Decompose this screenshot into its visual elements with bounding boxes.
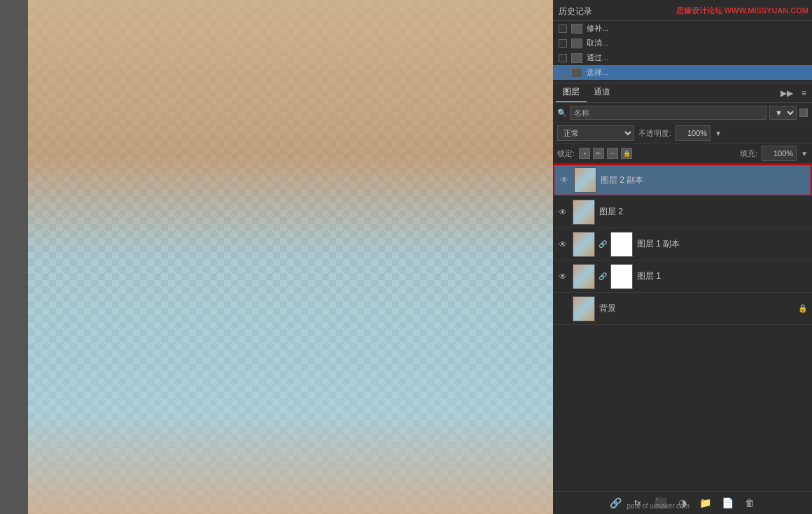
history-label-3: 通过... <box>587 53 608 63</box>
layer-thumb-layer2 <box>573 200 595 225</box>
link-layers-button[interactable]: 🔗 <box>608 495 623 510</box>
history-checkbox-4[interactable] <box>559 69 567 77</box>
layer-thumb-layer2-copy <box>574 167 596 193</box>
new-group-button[interactable]: 📁 <box>697 495 713 510</box>
layer-visibility-background[interactable] <box>557 303 568 314</box>
layer-thumb-background <box>573 296 595 321</box>
fill-input[interactable] <box>762 146 797 161</box>
blend-mode-select[interactable]: 正常 <box>557 125 634 141</box>
tab-channels[interactable]: 通道 <box>587 83 617 102</box>
model-image <box>28 0 553 514</box>
delete-layer-button[interactable]: 🗑 <box>742 495 757 510</box>
layer-name-background: 背景 <box>599 303 794 314</box>
lock-icons-group: ▪ ✏ ↔ 🔒 <box>579 148 632 159</box>
layer-chain-layer1-copy: 🔗 <box>599 239 606 250</box>
history-label-4: 选择... <box>587 67 608 78</box>
layer-name-layer1: 图层 1 <box>637 270 808 282</box>
blend-row: 正常 不透明度: ▼ <box>553 123 812 144</box>
history-item-3[interactable]: 通过... <box>553 50 812 65</box>
bottom-watermark: post of uimaker.com <box>627 502 690 510</box>
layer-mask-thumb-layer1 <box>610 264 633 289</box>
tab-layers[interactable]: 图层 <box>556 83 587 102</box>
opacity-dropdown-icon[interactable]: ▼ <box>715 130 722 137</box>
tab-expand-icon[interactable]: ▶▶ <box>778 87 796 99</box>
canvas-area <box>0 0 553 514</box>
layer-item-layer1-copy[interactable]: 👁 🔗 图层 1 副本 <box>553 228 812 261</box>
lock-position-button[interactable]: ✏ <box>593 148 604 159</box>
history-checkbox-1[interactable] <box>559 25 567 33</box>
history-icon-2 <box>571 39 582 48</box>
layers-panel: 图层 通道 ▶▶ ≡ 🔍 名称 ▼ 正常 不透明度: ▼ <box>553 83 812 514</box>
fill-dropdown-icon[interactable]: ▼ <box>801 150 808 158</box>
history-checkbox-2[interactable] <box>559 39 567 48</box>
lock-pixels-button[interactable]: ▪ <box>579 148 590 159</box>
search-input[interactable]: 名称 <box>570 106 766 120</box>
lock-row: 锁定: ▪ ✏ ↔ 🔒 填充: ▼ <box>553 144 812 164</box>
search-row: 🔍 名称 ▼ <box>553 103 812 123</box>
layer-item-layer2[interactable]: 👁 图层 2 <box>553 196 812 228</box>
history-item-1[interactable]: 修补... <box>553 21 812 36</box>
opacity-label: 不透明度: <box>638 128 671 139</box>
opacity-input[interactable] <box>676 125 710 141</box>
history-item-4[interactable]: 选择... <box>553 65 812 80</box>
history-icon-4 <box>571 68 582 78</box>
layer-item-layer2-copy[interactable]: 👁 图层 2 副本 <box>553 164 812 196</box>
layer-name-layer1-copy: 图层 1 副本 <box>637 238 808 250</box>
layer-visibility-layer1[interactable]: 👁 <box>557 271 568 282</box>
tab-menu-icon[interactable]: ≡ <box>799 87 809 99</box>
layer-mask-thumb-layer1-copy <box>610 232 633 257</box>
history-item-2[interactable]: 取消... <box>553 36 812 50</box>
layer-item-background[interactable]: 背景 🔒 <box>553 293 812 325</box>
layer-visibility-layer1-copy[interactable]: 👁 <box>557 239 568 250</box>
history-label-1: 修补... <box>587 23 608 34</box>
layer-name-layer2: 图层 2 <box>599 206 808 218</box>
layer-visibility-layer2[interactable]: 👁 <box>557 207 568 218</box>
layer-lock-icon-background: 🔒 <box>798 304 808 314</box>
watermark-top: 思缘设计论坛 WWW.MISSYUAN.COM <box>676 6 808 16</box>
lock-move-button[interactable]: ↔ <box>607 148 618 159</box>
lock-label: 锁定: <box>557 148 575 159</box>
fill-label: 填充: <box>740 148 757 159</box>
search-dropdown[interactable]: ▼ <box>769 106 797 120</box>
new-layer-button[interactable]: 📄 <box>720 495 735 510</box>
history-label-2: 取消... <box>587 38 608 48</box>
lock-all-button[interactable]: 🔒 <box>621 148 632 159</box>
history-icon-1 <box>571 24 582 34</box>
layer-name-layer2-copy: 图层 2 副本 <box>601 174 806 186</box>
right-panel: 思缘设计论坛 WWW.MISSYUAN.COM 历史记录 修补... 取消...… <box>553 0 812 514</box>
layer-thumb-layer1-copy <box>573 232 595 257</box>
search-options-button[interactable] <box>799 109 808 117</box>
history-icon-3 <box>571 53 582 63</box>
layer-chain-layer1: 🔗 <box>599 271 606 282</box>
tab-icons: ▶▶ ≡ <box>778 87 809 99</box>
layer-thumb-layer1 <box>573 264 595 289</box>
layers-list: 👁 图层 2 副本 👁 图层 2 👁 🔗 图层 1 副本 👁 <box>553 164 812 491</box>
search-icon: 🔍 <box>557 109 567 118</box>
history-checkbox-3[interactable] <box>559 54 567 62</box>
layers-tabs-row: 图层 通道 ▶▶ ≡ <box>553 83 812 103</box>
layer-visibility-layer2-copy[interactable]: 👁 <box>559 174 570 186</box>
layer-item-layer1[interactable]: 👁 🔗 图层 1 <box>553 261 812 293</box>
